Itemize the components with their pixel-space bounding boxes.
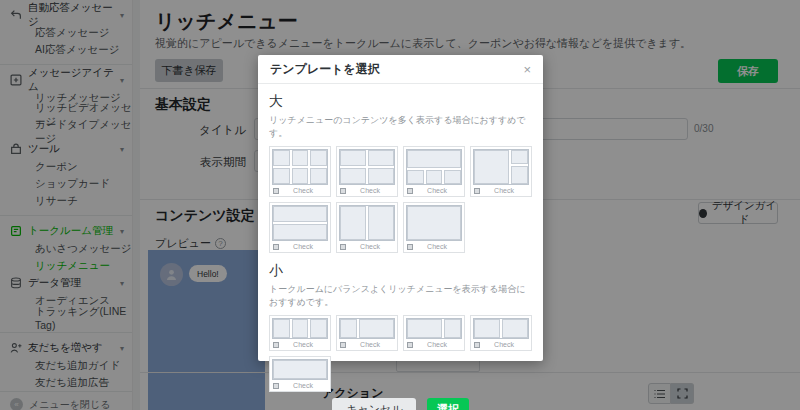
template-card-large-6cell[interactable]: Check xyxy=(269,146,331,197)
template-check-label[interactable]: Check xyxy=(346,187,394,194)
template-check-label[interactable]: Check xyxy=(346,243,394,250)
large-section-heading: 大 xyxy=(269,93,532,111)
template-check-label[interactable]: Check xyxy=(480,187,528,194)
modal-footer: キャンセル 選択 xyxy=(258,392,543,410)
small-section-heading: 小 xyxy=(269,262,532,280)
large-template-grid: Check Check Check Check Check xyxy=(269,146,532,253)
modal-body: 大 リッチメニューのコンテンツを多く表示する場合におすすめです。 Check C… xyxy=(258,84,543,392)
template-check-label[interactable]: Check xyxy=(480,341,528,348)
select-button[interactable]: 選択 xyxy=(427,398,469,410)
small-section-desc: トークルームにバランスよくリッチメニューを表示する場合におすすめです。 xyxy=(269,283,532,309)
template-card-small-1-2[interactable]: Check xyxy=(336,315,398,351)
template-card-small-3cols[interactable]: Check xyxy=(269,315,331,351)
small-template-grid: Check Check Check Check Check xyxy=(269,315,532,392)
template-check-label[interactable]: Check xyxy=(279,341,327,348)
large-section-desc: リッチメニューのコンテンツを多く表示する場合におすすめです。 xyxy=(269,114,532,140)
template-card-large-single[interactable]: Check xyxy=(403,202,465,253)
cancel-button[interactable]: キャンセル xyxy=(332,398,416,410)
template-card-small-single[interactable]: Check xyxy=(269,356,331,392)
template-card-large-top-plus-3[interactable]: Check xyxy=(403,146,465,197)
template-check-label[interactable]: Check xyxy=(413,187,461,194)
template-check-label[interactable]: Check xyxy=(413,341,461,348)
modal-title: テンプレートを選択 xyxy=(270,61,380,78)
template-card-large-4cell[interactable]: Check xyxy=(336,146,398,197)
template-check-label[interactable]: Check xyxy=(279,243,327,250)
template-check-label[interactable]: Check xyxy=(279,187,327,194)
rich-menu-page: 自動応答メッセージ ▾ 応答メッセージ AI応答メッセージ メッセージアイテム … xyxy=(0,0,800,410)
template-check-label[interactable]: Check xyxy=(413,243,461,250)
template-card-small-halves[interactable]: Check xyxy=(470,315,532,351)
template-card-large-left-plus-2[interactable]: Check xyxy=(470,146,532,197)
template-select-modal: テンプレートを選択 × 大 リッチメニューのコンテンツを多く表示する場合におすす… xyxy=(258,55,543,361)
template-check-label[interactable]: Check xyxy=(346,341,394,348)
modal-header: テンプレートを選択 × xyxy=(258,55,543,84)
close-icon[interactable]: × xyxy=(523,63,531,76)
template-card-large-2rows[interactable]: Check xyxy=(269,202,331,253)
template-card-small-2-1[interactable]: Check xyxy=(403,315,465,351)
template-check-label[interactable]: Check xyxy=(279,382,327,389)
template-card-large-2cols[interactable]: Check xyxy=(336,202,398,253)
